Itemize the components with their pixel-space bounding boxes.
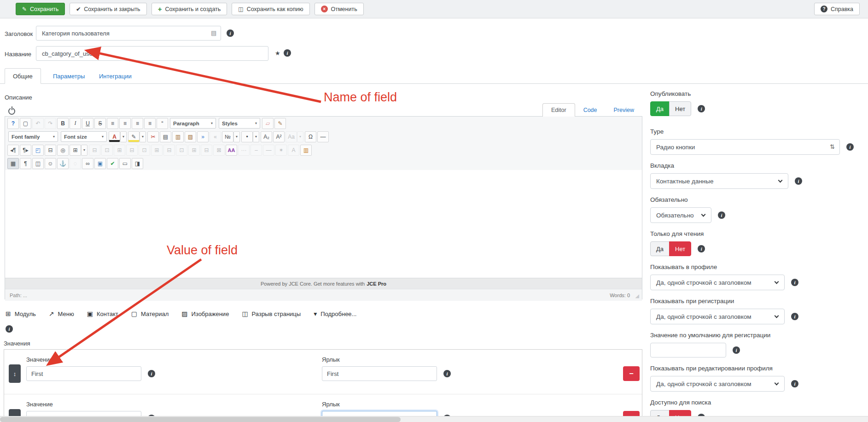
info-icon[interactable]: i [284, 49, 291, 57]
visual-chars-icon[interactable]: AA [226, 145, 237, 156]
underline-icon[interactable]: U [82, 118, 93, 129]
horizontal-scrollbar[interactable] [0, 416, 868, 422]
publish-no-button[interactable]: Нет [669, 101, 691, 116]
cut-icon[interactable]: ✂ [147, 131, 159, 142]
info-icon[interactable]: i [443, 370, 451, 377]
find-replace-icon[interactable]: ◎ [57, 145, 69, 156]
subscript-icon[interactable]: A₂ [261, 131, 272, 142]
template-icon[interactable]: ▥ [300, 145, 312, 156]
save-new-button[interactable]: + Сохранить и создать [151, 3, 227, 15]
tab-preview[interactable]: Preview [606, 104, 642, 117]
highlight-color-icon[interactable]: ✎ [128, 131, 140, 142]
info-icon[interactable]: i [846, 143, 854, 151]
title-input[interactable] [36, 26, 221, 41]
align-justify-icon[interactable]: ≡ [107, 118, 118, 129]
fullscreen-icon[interactable]: ◰ [32, 145, 44, 156]
font-family-select[interactable]: Font family▾ [8, 131, 58, 142]
spellcheck-icon[interactable]: ✔ [107, 158, 118, 169]
remove-value-button[interactable]: − [623, 366, 640, 381]
brand-link[interactable]: JCE Pro [367, 281, 386, 287]
registration-default-input[interactable] [650, 343, 726, 358]
info-icon[interactable]: i [148, 370, 155, 377]
save-close-button[interactable]: ✔ Сохранить и закрыть [70, 3, 146, 15]
align-left-icon[interactable]: ≡ [132, 118, 143, 129]
rtl-icon[interactable]: ¶▸ [20, 145, 31, 156]
superscript-icon[interactable]: A² [273, 131, 285, 142]
cancel-button[interactable]: × Отменить [315, 3, 364, 15]
text-color-icon-dropdown[interactable]: ▾ [120, 131, 127, 142]
name-input[interactable] [36, 46, 268, 61]
image-button[interactable]: ▨Изображение [181, 310, 229, 317]
show-on-profile-edit-select[interactable]: Да, одной строчкой с заголовком [650, 376, 785, 392]
bold-icon[interactable]: B [57, 118, 69, 129]
info-icon[interactable]: i [227, 29, 234, 37]
info-icon[interactable]: i [791, 380, 798, 387]
bullet-list-icon-dropdown[interactable]: ▾ [253, 131, 259, 142]
table-icon-dropdown[interactable]: ▾ [81, 145, 87, 156]
new-document-icon[interactable]: ▢ [20, 118, 31, 129]
div-container-icon[interactable]: ▭ [119, 158, 131, 169]
preview-doc-icon[interactable]: ◫ [32, 158, 44, 169]
align-right-icon[interactable]: ≡ [144, 118, 156, 129]
paragraph-select[interactable]: Paragraph▾ [170, 118, 216, 129]
info-icon[interactable]: i [733, 346, 740, 354]
save-button[interactable]: ✎ Сохранить [16, 3, 65, 15]
cleanup-icon[interactable]: ✎ [274, 118, 286, 129]
highlight-color-icon-dropdown[interactable]: ▾ [140, 131, 146, 142]
text-color-icon[interactable]: A [109, 131, 120, 142]
info-icon[interactable]: i [718, 211, 725, 219]
module-button[interactable]: ⊞Модуль [6, 310, 36, 317]
strikethrough-icon[interactable]: S [94, 118, 106, 129]
article-button[interactable]: ▢Материал [131, 310, 169, 317]
label-input[interactable] [322, 366, 437, 381]
type-select[interactable]: Радио кнопки⇅ [650, 139, 840, 155]
menu-button[interactable]: ↗Меню [49, 310, 74, 317]
resize-handle-icon[interactable]: ◢ [635, 293, 639, 299]
paste-icon[interactable]: ▤ [160, 131, 171, 142]
clear-formatting-icon[interactable]: ▱ [262, 118, 274, 129]
ordered-list-icon-dropdown[interactable]: ▾ [233, 131, 240, 142]
info-icon[interactable]: i [698, 105, 705, 112]
scrollbar-thumb[interactable] [0, 417, 401, 422]
publish-yes-button[interactable]: Да [650, 101, 670, 116]
info-icon[interactable]: i [791, 279, 798, 286]
tab-general[interactable]: Общие [5, 68, 41, 84]
show-in-profile-select[interactable]: Да, одной строчкой с заголовком [650, 275, 785, 290]
table-grid-icon[interactable]: ▦ [7, 158, 19, 169]
case-change-icon-dropdown[interactable]: ▾ [297, 131, 303, 142]
tab-integrations[interactable]: Интеграции [91, 68, 140, 84]
help-button[interactable]: ? Справка [814, 3, 860, 15]
help-icon[interactable]: ? [7, 118, 19, 129]
editor-content-area[interactable] [5, 170, 642, 278]
readmore-button[interactable]: ▾Подробнее... [314, 310, 356, 317]
paste-word-icon[interactable]: ▥ [172, 131, 184, 142]
tab-editor[interactable]: Editor [542, 103, 575, 117]
show-at-registration-select[interactable]: Да, одной строчкой с заголовком [650, 309, 785, 324]
info-icon[interactable]: i [791, 313, 798, 320]
special-character-icon[interactable]: Ω [305, 131, 316, 142]
tab-select[interactable]: Контактные данные [650, 173, 788, 189]
info-icon[interactable]: i [6, 325, 13, 333]
styles-select[interactable]: Styles▾ [219, 118, 260, 129]
font-size-select[interactable]: Font size▾ [61, 131, 107, 142]
info-icon[interactable]: i [795, 177, 802, 185]
drag-handle-icon[interactable]: ↕ [9, 364, 21, 383]
emoticons-icon[interactable]: ☺ [45, 158, 56, 169]
readonly-yes-button[interactable]: Да [650, 241, 670, 256]
required-select[interactable]: Обязательно [650, 207, 711, 223]
print-icon[interactable]: ⊟ [45, 145, 56, 156]
value-input[interactable] [26, 366, 141, 381]
bullet-list-icon[interactable]: • [241, 131, 253, 142]
save-copy-button[interactable]: ◫ Сохранить как копию [232, 3, 309, 15]
indent-icon[interactable]: » [197, 131, 209, 142]
horizontal-rule-icon[interactable]: — [317, 131, 329, 142]
show-blocks-icon[interactable]: ¶ [20, 158, 31, 169]
tab-code[interactable]: Code [575, 104, 606, 117]
pagebreak-button[interactable]: ◫Разрыв страницы [242, 310, 301, 317]
paste-text-icon[interactable]: ▨ [185, 131, 196, 142]
table-icon[interactable]: ⊞ [70, 145, 81, 156]
tab-parameters[interactable]: Параметры [45, 68, 93, 84]
align-center-icon[interactable]: ≡ [119, 118, 131, 129]
italic-icon[interactable]: I [70, 118, 81, 129]
contact-button[interactable]: ▣Контакт [87, 310, 118, 317]
